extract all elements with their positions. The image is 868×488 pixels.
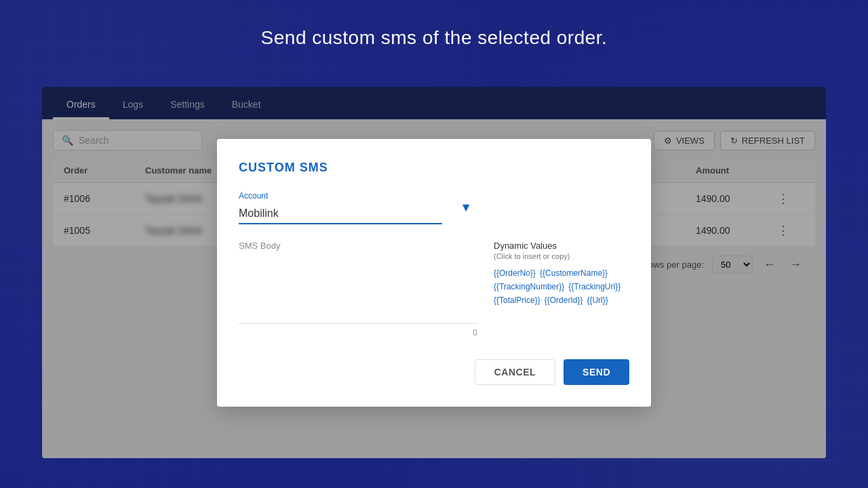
dynamic-values-hint: (Click to insert or copy) <box>494 252 629 260</box>
dialog-title: CUSTOM SMS <box>239 161 629 175</box>
char-count: 0 <box>239 328 477 338</box>
dynamic-tag-trackingnumber[interactable]: {{TrackingNumber}} <box>494 282 564 291</box>
modal-overlay: CUSTOM SMS Account Mobilink ▼ SMS Body 0… <box>42 87 826 458</box>
account-select[interactable]: Mobilink <box>239 203 442 224</box>
dynamic-tag-orderid[interactable]: {{OrderId}} <box>545 296 583 305</box>
app-window: Orders Logs Settings Bucket 🔍 Search ⚙ V… <box>42 87 826 458</box>
sms-body-label: SMS Body <box>239 241 477 251</box>
sms-body-input[interactable] <box>239 256 477 324</box>
dialog-actions: CANCEL SEND <box>239 359 629 385</box>
dynamic-tag-orderno[interactable]: {{OrderNo}} <box>494 268 536 278</box>
dynamic-values-section: Dynamic Values (Click to insert or copy)… <box>494 241 629 338</box>
dynamic-values-title: Dynamic Values <box>494 241 629 251</box>
send-button[interactable]: SEND <box>564 359 629 385</box>
dynamic-tag-url[interactable]: {{Url}} <box>587 296 608 305</box>
page-title: Send custom sms of the selected order. <box>0 27 868 49</box>
cancel-button[interactable]: CANCEL <box>475 359 555 385</box>
dialog-main-row: SMS Body 0 Dynamic Values (Click to inse… <box>239 241 629 338</box>
dynamic-tags: {{OrderNo}} {{CustomerName}} {{TrackingN… <box>494 268 629 305</box>
dynamic-tag-trackingurl[interactable]: {{TrackingUrl}} <box>568 282 620 291</box>
sms-body-section: SMS Body 0 <box>239 241 477 338</box>
account-label: Account <box>239 191 629 201</box>
dynamic-tag-customername[interactable]: {{CustomerName}} <box>540 268 608 278</box>
dynamic-tag-totalprice[interactable]: {{TotalPrice}} <box>494 296 540 305</box>
select-arrow-icon: ▼ <box>460 201 472 215</box>
custom-sms-dialog: CUSTOM SMS Account Mobilink ▼ SMS Body 0… <box>217 139 651 407</box>
account-field-wrapper: Account Mobilink ▼ <box>239 191 629 224</box>
